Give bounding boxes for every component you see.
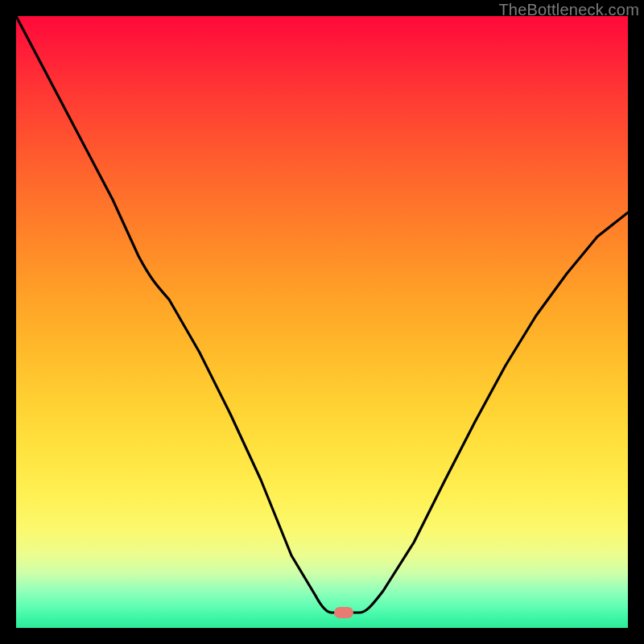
curve-path bbox=[16, 16, 628, 613]
watermark-text: TheBottleneck.com bbox=[498, 1, 639, 19]
bottleneck-curve bbox=[16, 16, 628, 628]
chart-frame: TheBottleneck.com bbox=[0, 0, 644, 644]
plot-area bbox=[16, 16, 628, 628]
optimum-marker bbox=[334, 607, 353, 618]
